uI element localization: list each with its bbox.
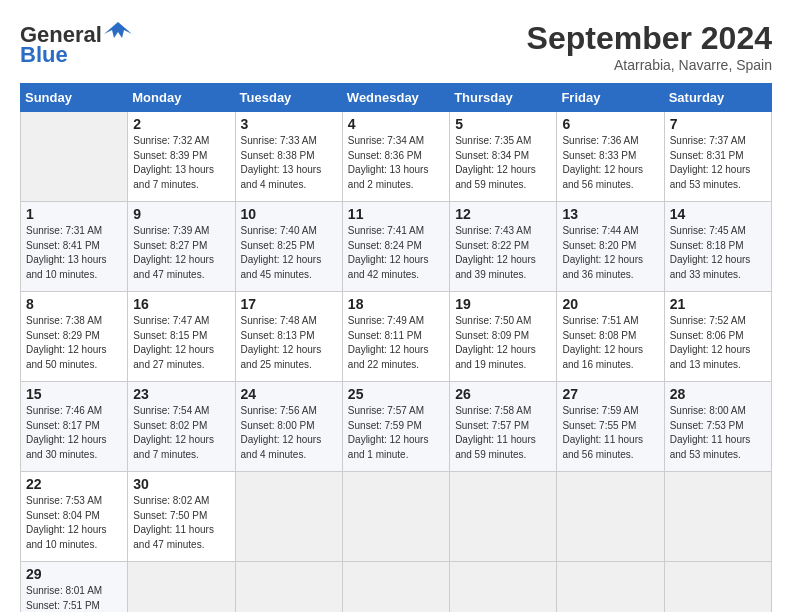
day-info: Sunrise: 7:52 AMSunset: 8:06 PMDaylight:…: [670, 314, 766, 372]
col-saturday: Saturday: [664, 84, 771, 112]
day-info: Sunrise: 7:59 AMSunset: 7:55 PMDaylight:…: [562, 404, 658, 462]
day-info: Sunrise: 7:57 AMSunset: 7:59 PMDaylight:…: [348, 404, 444, 462]
day-info: Sunrise: 7:51 AMSunset: 8:08 PMDaylight:…: [562, 314, 658, 372]
calendar-day-cell: 11Sunrise: 7:41 AMSunset: 8:24 PMDayligh…: [342, 202, 449, 292]
title-block: September 2024 Atarrabia, Navarre, Spain: [527, 20, 772, 73]
calendar-day-cell: 7Sunrise: 7:37 AMSunset: 8:31 PMDaylight…: [664, 112, 771, 202]
day-info: Sunrise: 7:50 AMSunset: 8:09 PMDaylight:…: [455, 314, 551, 372]
calendar-day-cell: 5Sunrise: 7:35 AMSunset: 8:34 PMDaylight…: [450, 112, 557, 202]
calendar-week-row: 1Sunrise: 7:31 AMSunset: 8:41 PMDaylight…: [21, 202, 772, 292]
col-monday: Monday: [128, 84, 235, 112]
day-info: Sunrise: 7:40 AMSunset: 8:25 PMDaylight:…: [241, 224, 337, 282]
day-info: Sunrise: 7:46 AMSunset: 8:17 PMDaylight:…: [26, 404, 122, 462]
calendar-day-cell: 6Sunrise: 7:36 AMSunset: 8:33 PMDaylight…: [557, 112, 664, 202]
page-header: General Blue September 2024 Atarrabia, N…: [20, 20, 772, 73]
day-number: 4: [348, 116, 444, 132]
calendar-day-cell: 21Sunrise: 7:52 AMSunset: 8:06 PMDayligh…: [664, 292, 771, 382]
calendar-day-cell: [21, 112, 128, 202]
calendar-day-cell: 10Sunrise: 7:40 AMSunset: 8:25 PMDayligh…: [235, 202, 342, 292]
day-number: 2: [133, 116, 229, 132]
day-number: 20: [562, 296, 658, 312]
logo-bird-icon: [104, 20, 132, 42]
day-number: 19: [455, 296, 551, 312]
day-number: 8: [26, 296, 122, 312]
day-info: Sunrise: 7:32 AMSunset: 8:39 PMDaylight:…: [133, 134, 229, 192]
calendar-day-cell: [342, 472, 449, 562]
calendar-day-cell: 2Sunrise: 7:32 AMSunset: 8:39 PMDaylight…: [128, 112, 235, 202]
calendar-day-cell: 22Sunrise: 7:53 AMSunset: 8:04 PMDayligh…: [21, 472, 128, 562]
col-wednesday: Wednesday: [342, 84, 449, 112]
calendar-day-cell: [557, 472, 664, 562]
day-info: Sunrise: 7:36 AMSunset: 8:33 PMDaylight:…: [562, 134, 658, 192]
calendar-day-cell: 12Sunrise: 7:43 AMSunset: 8:22 PMDayligh…: [450, 202, 557, 292]
day-number: 1: [26, 206, 122, 222]
calendar-day-cell: 28Sunrise: 8:00 AMSunset: 7:53 PMDayligh…: [664, 382, 771, 472]
day-number: 15: [26, 386, 122, 402]
day-info: Sunrise: 8:02 AMSunset: 7:50 PMDaylight:…: [133, 494, 229, 552]
calendar-day-cell: [128, 562, 235, 613]
col-sunday: Sunday: [21, 84, 128, 112]
day-info: Sunrise: 7:45 AMSunset: 8:18 PMDaylight:…: [670, 224, 766, 282]
calendar-day-cell: 19Sunrise: 7:50 AMSunset: 8:09 PMDayligh…: [450, 292, 557, 382]
day-number: 7: [670, 116, 766, 132]
calendar-day-cell: [557, 562, 664, 613]
calendar-day-cell: 3Sunrise: 7:33 AMSunset: 8:38 PMDaylight…: [235, 112, 342, 202]
day-number: 24: [241, 386, 337, 402]
col-friday: Friday: [557, 84, 664, 112]
calendar-day-cell: 13Sunrise: 7:44 AMSunset: 8:20 PMDayligh…: [557, 202, 664, 292]
day-number: 14: [670, 206, 766, 222]
calendar-day-cell: 8Sunrise: 7:38 AMSunset: 8:29 PMDaylight…: [21, 292, 128, 382]
calendar-day-cell: [235, 562, 342, 613]
day-number: 6: [562, 116, 658, 132]
day-number: 28: [670, 386, 766, 402]
calendar-day-cell: 29Sunrise: 8:01 AMSunset: 7:51 PMDayligh…: [21, 562, 128, 613]
day-info: Sunrise: 7:35 AMSunset: 8:34 PMDaylight:…: [455, 134, 551, 192]
calendar-day-cell: 9Sunrise: 7:39 AMSunset: 8:27 PMDaylight…: [128, 202, 235, 292]
calendar-day-cell: [235, 472, 342, 562]
day-info: Sunrise: 7:53 AMSunset: 8:04 PMDaylight:…: [26, 494, 122, 552]
calendar-day-cell: 27Sunrise: 7:59 AMSunset: 7:55 PMDayligh…: [557, 382, 664, 472]
col-tuesday: Tuesday: [235, 84, 342, 112]
calendar-day-cell: 16Sunrise: 7:47 AMSunset: 8:15 PMDayligh…: [128, 292, 235, 382]
calendar-day-cell: 30Sunrise: 8:02 AMSunset: 7:50 PMDayligh…: [128, 472, 235, 562]
calendar-day-cell: 4Sunrise: 7:34 AMSunset: 8:36 PMDaylight…: [342, 112, 449, 202]
calendar-day-cell: 20Sunrise: 7:51 AMSunset: 8:08 PMDayligh…: [557, 292, 664, 382]
day-number: 25: [348, 386, 444, 402]
day-info: Sunrise: 7:39 AMSunset: 8:27 PMDaylight:…: [133, 224, 229, 282]
day-info: Sunrise: 7:56 AMSunset: 8:00 PMDaylight:…: [241, 404, 337, 462]
day-number: 5: [455, 116, 551, 132]
calendar-day-cell: [450, 472, 557, 562]
calendar-week-row: 8Sunrise: 7:38 AMSunset: 8:29 PMDaylight…: [21, 292, 772, 382]
calendar-day-cell: [664, 562, 771, 613]
day-number: 23: [133, 386, 229, 402]
calendar-day-cell: 24Sunrise: 7:56 AMSunset: 8:00 PMDayligh…: [235, 382, 342, 472]
day-number: 17: [241, 296, 337, 312]
svg-marker-0: [104, 22, 132, 38]
col-thursday: Thursday: [450, 84, 557, 112]
day-number: 27: [562, 386, 658, 402]
day-number: 18: [348, 296, 444, 312]
day-info: Sunrise: 8:00 AMSunset: 7:53 PMDaylight:…: [670, 404, 766, 462]
calendar-day-cell: [450, 562, 557, 613]
day-number: 29: [26, 566, 122, 582]
day-info: Sunrise: 7:49 AMSunset: 8:11 PMDaylight:…: [348, 314, 444, 372]
day-number: 9: [133, 206, 229, 222]
calendar-day-cell: 23Sunrise: 7:54 AMSunset: 8:02 PMDayligh…: [128, 382, 235, 472]
calendar-week-row: 2Sunrise: 7:32 AMSunset: 8:39 PMDaylight…: [21, 112, 772, 202]
calendar-day-cell: [342, 562, 449, 613]
calendar-day-cell: 17Sunrise: 7:48 AMSunset: 8:13 PMDayligh…: [235, 292, 342, 382]
day-info: Sunrise: 7:41 AMSunset: 8:24 PMDaylight:…: [348, 224, 444, 282]
calendar-day-cell: 18Sunrise: 7:49 AMSunset: 8:11 PMDayligh…: [342, 292, 449, 382]
day-number: 21: [670, 296, 766, 312]
calendar-day-cell: 25Sunrise: 7:57 AMSunset: 7:59 PMDayligh…: [342, 382, 449, 472]
calendar-day-cell: 15Sunrise: 7:46 AMSunset: 8:17 PMDayligh…: [21, 382, 128, 472]
logo: General Blue: [20, 20, 132, 68]
calendar-day-cell: [664, 472, 771, 562]
day-info: Sunrise: 7:37 AMSunset: 8:31 PMDaylight:…: [670, 134, 766, 192]
calendar-day-cell: 14Sunrise: 7:45 AMSunset: 8:18 PMDayligh…: [664, 202, 771, 292]
day-info: Sunrise: 7:31 AMSunset: 8:41 PMDaylight:…: [26, 224, 122, 282]
day-number: 13: [562, 206, 658, 222]
location: Atarrabia, Navarre, Spain: [527, 57, 772, 73]
day-number: 30: [133, 476, 229, 492]
day-number: 10: [241, 206, 337, 222]
